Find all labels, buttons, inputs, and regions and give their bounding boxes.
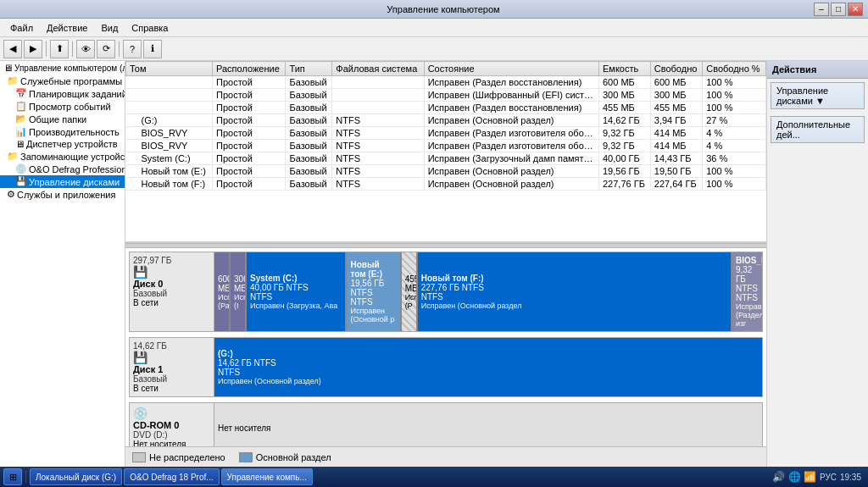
sidebar-item-svcs[interactable]: ⚙ Службы и приложения bbox=[0, 188, 125, 201]
col-fs[interactable]: Файловая система bbox=[332, 62, 424, 76]
table-cell-1-1: Простой bbox=[213, 89, 286, 102]
sidebar-item-shared[interactable]: 📂 Общие папки bbox=[0, 113, 125, 125]
partition-Новый том (E:)[interactable]: Новый том (E:)19,56 ГБ NTFSNTFSИсправен … bbox=[347, 252, 401, 331]
close-button[interactable]: ✕ bbox=[848, 3, 863, 16]
sidebar: 🖥 Управление компьютером (л 📁 Служебные … bbox=[0, 61, 125, 467]
table-cell-0-1: Простой bbox=[213, 76, 286, 89]
menu-view[interactable]: Вид bbox=[94, 21, 125, 35]
main-layout: 🖥 Управление компьютером (л 📁 Служебные … bbox=[0, 61, 868, 467]
sidebar-item-perf[interactable]: 📊 Производительность bbox=[0, 125, 125, 138]
table-cell-7-0: Новый том (E:) bbox=[126, 165, 213, 178]
table-cell-0-0 bbox=[126, 76, 213, 89]
taskbar-app-0[interactable]: Локальный диск (G:) bbox=[30, 468, 122, 485]
col-location[interactable]: Расположение bbox=[213, 62, 286, 76]
event-icon: 📋 bbox=[15, 101, 27, 112]
table-cell-7-4: Исправен (Основной раздел) bbox=[424, 165, 598, 178]
table-cell-8-3: NTFS bbox=[332, 178, 424, 191]
table-row[interactable]: ПростойБазовыйИсправен (Раздел восстанов… bbox=[126, 76, 766, 89]
sidebar-item-storage[interactable]: 📁 Запоминающие устройства bbox=[0, 150, 125, 163]
taskbar-app-1[interactable]: O&O Defrag 18 Prof... bbox=[124, 468, 219, 485]
legend-label-primary: Основной раздел bbox=[256, 452, 331, 462]
disk-drive-icon: 💾 bbox=[133, 265, 210, 279]
table-cell-6-3: NTFS bbox=[332, 152, 424, 165]
partition-(G:)[interactable]: (G:)14,62 ГБ NTFSNTFSИсправен (Основной … bbox=[214, 338, 762, 396]
show-hide-button[interactable]: 👁 bbox=[76, 40, 95, 58]
table-cell-6-0: System (C:) bbox=[126, 152, 213, 165]
table-row[interactable]: System (C:)ПростойБазовыйNTFSИсправен (З… bbox=[126, 152, 766, 165]
col-status[interactable]: Состояние bbox=[424, 62, 598, 76]
table-cell-1-6: 300 МБ bbox=[650, 89, 702, 102]
help-button[interactable]: ? bbox=[123, 40, 142, 58]
sidebar-item-sched[interactable]: 📅 Планировщик заданий bbox=[0, 87, 125, 100]
table-row[interactable]: BIOS_RVYПростойБазовыйNTFSИсправен (Разд… bbox=[126, 127, 766, 140]
table-cell-0-2: Базовый bbox=[286, 76, 332, 89]
right-panel-disk-mgmt[interactable]: Управление дисками ▼ bbox=[771, 82, 865, 109]
table-cell-5-2: Базовый bbox=[286, 140, 332, 152]
sidebar-item-oodefrag[interactable]: 💿 O&O Defrag Profession... bbox=[0, 163, 125, 175]
table-cell-8-5: 227,76 ГБ bbox=[599, 178, 651, 191]
sidebar-item-devmgr[interactable]: 🖥 Диспетчер устройств bbox=[0, 138, 125, 150]
table-cell-6-7: 36 % bbox=[703, 152, 766, 165]
disk-icon: 💾 bbox=[15, 176, 27, 187]
partition-unnamed[interactable]: 455 МБИсправен (Р bbox=[402, 252, 418, 331]
refresh-button[interactable]: ⟳ bbox=[97, 40, 115, 58]
table-row[interactable]: ПростойБазовыйИсправен (Шифрованный (EFI… bbox=[126, 89, 766, 102]
menu-file[interactable]: Файл bbox=[3, 21, 40, 35]
menu-help[interactable]: Справка bbox=[125, 21, 175, 35]
table-cell-7-6: 19,50 ГБ bbox=[650, 165, 702, 178]
disk-type-label: Базовый bbox=[133, 374, 210, 384]
menu-action[interactable]: Действие bbox=[40, 21, 94, 35]
right-panel-more-actions[interactable]: Дополнительные дей... bbox=[771, 116, 865, 143]
sidebar-item-root[interactable]: 🖥 Управление компьютером (л bbox=[0, 61, 125, 75]
disk-type-label: DVD (D:) bbox=[133, 430, 210, 440]
partition-status-label: Исправен (Основной р bbox=[350, 307, 396, 324]
table-cell-3-6: 3,94 ГБ bbox=[650, 114, 702, 127]
up-button[interactable]: ⬆ bbox=[50, 40, 69, 58]
col-tom[interactable]: Том bbox=[126, 62, 213, 76]
disk-status-label: Нет носителя bbox=[133, 440, 210, 446]
col-type[interactable]: Тип bbox=[286, 62, 332, 76]
legend-color-primary bbox=[239, 452, 253, 462]
partition-unnamed[interactable]: 300 МБИсправен (I bbox=[231, 252, 247, 331]
sidebar-item-svc[interactable]: 📁 Служебные программы bbox=[0, 75, 125, 87]
partition-System (C:)[interactable]: System (C:)40,00 ГБ NTFSNTFSИсправен (За… bbox=[247, 252, 347, 331]
partition-Новый том (F:)[interactable]: Новый том (F:)227,76 ГБ NTFSNTFSИсправен… bbox=[418, 252, 732, 331]
taskbar: ⊞ Локальный диск (G:)O&O Defrag 18 Prof.… bbox=[0, 467, 868, 487]
col-free[interactable]: Свободно bbox=[650, 62, 702, 76]
forward-button[interactable]: ▶ bbox=[24, 40, 42, 58]
col-freepct[interactable]: Свободно % bbox=[703, 62, 766, 76]
back-button[interactable]: ◀ bbox=[3, 40, 22, 58]
maximize-button[interactable]: □ bbox=[831, 3, 846, 16]
partition-fs-label: NTFS bbox=[736, 293, 759, 302]
start-icon: ⊞ bbox=[9, 472, 17, 483]
taskbar-tray: 🔊 🌐 📶 РУС 19:35 bbox=[772, 471, 865, 483]
partition-BIOS_RVY[interactable]: BIOS_RVY9,32 ГБ NTFSNTFSИсправен (Раздел… bbox=[732, 252, 762, 331]
taskbar-app-2[interactable]: Управление компь... bbox=[221, 468, 313, 485]
table-row[interactable]: BIOS_RVYПростойБазовыйNTFSИсправен (Разд… bbox=[126, 140, 766, 152]
table-row[interactable]: Новый том (E:)ПростойБазовыйNTFSИсправен… bbox=[126, 165, 766, 178]
table-row[interactable]: Новый том (F:)ПростойБазовыйNTFSИсправен… bbox=[126, 178, 766, 191]
table-row[interactable]: (G:)ПростойБазовыйNTFSИсправен (Основной… bbox=[126, 114, 766, 127]
table-row[interactable]: ПростойБазовыйИсправен (Раздел восстанов… bbox=[126, 102, 766, 114]
disk-size-label: 297,97 ГБ bbox=[133, 256, 210, 265]
partition-fs-label: NTFS bbox=[218, 368, 759, 377]
minimize-button[interactable]: – bbox=[814, 3, 829, 16]
table-cell-1-5: 300 МБ bbox=[599, 89, 651, 102]
sidebar-root-label: Управление компьютером (л bbox=[14, 64, 125, 73]
table-cell-8-0: Новый том (F:) bbox=[126, 178, 213, 191]
disk-status-label: В сети bbox=[133, 298, 210, 307]
start-button[interactable]: ⊞ bbox=[3, 468, 22, 485]
disk-row-disk0: 297,97 ГБ💾Диск 0БазовыйВ сети600 МБИспра… bbox=[129, 252, 763, 332]
sidebar-item-eventvwr[interactable]: 📋 Просмотр событий bbox=[0, 100, 125, 113]
toolbar-sep-2 bbox=[72, 42, 73, 57]
disk-drive-icon: 💾 bbox=[133, 351, 210, 364]
disk-name-label: Диск 1 bbox=[133, 364, 210, 374]
col-capacity[interactable]: Емкость bbox=[599, 62, 651, 76]
partition-unnamed[interactable]: 600 МБИсправен (Ра bbox=[214, 252, 231, 331]
folder-icon-storage: 📁 bbox=[7, 151, 19, 162]
tray-icons: 🔊 🌐 📶 bbox=[772, 471, 816, 483]
content-area: Том Расположение Тип Файловая система Со… bbox=[125, 61, 766, 467]
info-button[interactable]: ℹ bbox=[143, 40, 162, 58]
sidebar-item-diskmgmt[interactable]: 💾 Управление дисками bbox=[0, 175, 125, 188]
legend-unallocated: Не распределено bbox=[132, 452, 225, 462]
